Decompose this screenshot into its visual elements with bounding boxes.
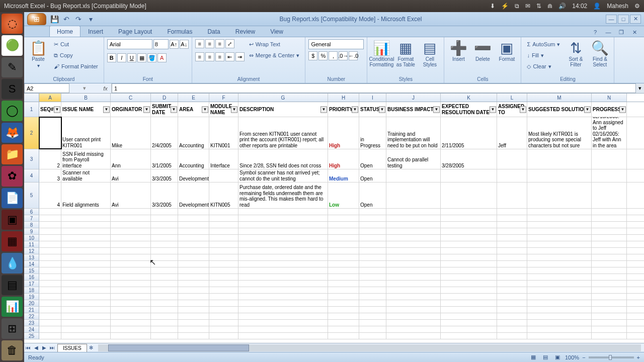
fill-color-button[interactable]: 🪣	[147, 53, 156, 62]
col-header-M[interactable]: M	[527, 94, 592, 102]
cell[interactable]	[527, 333, 592, 339]
cut-button[interactable]: ✂Cut	[51, 39, 101, 49]
cell[interactable]: MODULE NAME▼	[209, 102, 238, 117]
cell[interactable]	[209, 313, 238, 319]
cell[interactable]: Development	[178, 183, 209, 208]
clear-button[interactable]: ◇Clear▾	[524, 61, 562, 71]
cell[interactable]	[39, 300, 61, 306]
bold-button[interactable]: B	[107, 53, 116, 62]
cell[interactable]	[497, 300, 527, 306]
cell[interactable]	[61, 274, 111, 280]
cell[interactable]	[497, 261, 527, 267]
cell[interactable]: High	[328, 149, 359, 169]
filter-arrow-icon[interactable]: ▼	[202, 106, 208, 113]
view-break-icon[interactable]: ▣	[553, 353, 562, 362]
mail-icon[interactable]: ✉	[525, 3, 530, 10]
fx-icon[interactable]: fx	[100, 83, 112, 93]
row-header[interactable]: 6	[24, 209, 39, 215]
cell[interactable]	[61, 267, 111, 274]
cell[interactable]	[527, 267, 592, 274]
cell[interactable]: Most likely KITR001 is producing some sp…	[527, 117, 592, 149]
filter-arrow-icon[interactable]: ▼	[433, 106, 440, 113]
cell[interactable]	[151, 287, 178, 293]
expand-fbar-icon[interactable]: ▾	[636, 83, 644, 93]
row-header[interactable]: 25	[24, 333, 39, 339]
launcher-app5[interactable]: 💧	[2, 253, 23, 273]
cell[interactable]	[328, 333, 359, 339]
cell[interactable]	[178, 228, 209, 234]
row-header[interactable]: 2	[24, 117, 39, 149]
cell[interactable]	[178, 320, 209, 326]
col-header-J[interactable]: J	[386, 94, 441, 102]
cell[interactable]: ISSUE NAME▼	[61, 102, 111, 117]
cell[interactable]	[328, 267, 359, 274]
cell[interactable]	[441, 267, 497, 274]
cell[interactable]	[497, 228, 527, 234]
cell[interactable]: Training and implementation will need to…	[386, 117, 441, 149]
cell[interactable]	[209, 307, 238, 313]
view-layout-icon[interactable]: ▤	[541, 353, 550, 362]
cell[interactable]	[328, 248, 359, 254]
cell[interactable]	[497, 320, 527, 326]
launcher-app2[interactable]: ✿	[2, 166, 23, 186]
cell[interactable]	[359, 228, 386, 234]
maximize-button[interactable]: □	[618, 15, 629, 24]
launcher-excel[interactable]: 📊	[2, 297, 23, 317]
cell[interactable]	[592, 333, 627, 339]
row-header[interactable]: 14	[24, 261, 39, 267]
cell[interactable]	[527, 215, 592, 221]
row-header[interactable]: 11	[24, 241, 39, 248]
launcher-dash[interactable]: ◌	[2, 14, 23, 34]
clock[interactable]: 14:02	[572, 3, 587, 10]
cell[interactable]: in Progress	[359, 117, 386, 149]
cell[interactable]	[386, 307, 441, 313]
col-header-E[interactable]: E	[178, 94, 209, 102]
cell[interactable]	[39, 274, 61, 280]
office-button[interactable]: ⊞	[27, 13, 46, 25]
cell[interactable]	[592, 222, 627, 228]
align-center-icon[interactable]: ≡	[205, 52, 214, 61]
cell[interactable]: KITN005	[209, 183, 238, 208]
cell[interactable]	[359, 241, 386, 247]
cell[interactable]	[61, 326, 111, 332]
cell[interactable]	[238, 313, 328, 319]
align-mid-icon[interactable]: ≡	[205, 39, 214, 48]
cell[interactable]	[111, 235, 151, 241]
cell[interactable]	[209, 320, 238, 326]
cells-area[interactable]: SEQ#▼ISSUE NAME▼ORGINATOR▼SUBMIT DATE▼AR…	[39, 102, 644, 343]
cell[interactable]	[497, 248, 527, 254]
sheet-nav-last[interactable]: ⏭	[48, 344, 56, 352]
cell[interactable]	[441, 313, 497, 319]
cell[interactable]	[359, 261, 386, 267]
row-header[interactable]: 3	[24, 149, 39, 169]
zoom-thumb[interactable]	[609, 355, 612, 360]
qat-customize-icon[interactable]: ▾	[86, 14, 96, 24]
cell[interactable]: DESCRIPTION▼	[238, 102, 328, 117]
cell[interactable]	[209, 222, 238, 228]
cell[interactable]	[592, 326, 627, 332]
format-as-table-button[interactable]: ▦Format as Table	[394, 39, 417, 75]
cell[interactable]	[151, 300, 178, 306]
cell[interactable]	[238, 274, 328, 280]
cell[interactable]	[238, 241, 328, 247]
cell[interactable]: Avi	[111, 183, 151, 208]
cell[interactable]	[359, 215, 386, 221]
cell[interactable]: Since 2/28, SSN field does not cross	[238, 149, 328, 169]
launcher-firefox[interactable]: 🦊	[2, 123, 23, 143]
cell[interactable]	[111, 333, 151, 339]
cell[interactable]	[209, 300, 238, 306]
undo-icon[interactable]: ↶	[61, 14, 71, 24]
cell[interactable]	[178, 261, 209, 267]
cell[interactable]	[592, 300, 627, 306]
fill-button[interactable]: ↓Fill▾	[524, 50, 562, 60]
cell[interactable]	[111, 209, 151, 215]
cell[interactable]	[151, 222, 178, 228]
cell[interactable]	[359, 287, 386, 293]
filter-arrow-icon[interactable]: ▼	[379, 106, 385, 113]
chevron-down-icon[interactable]: ▾	[83, 85, 86, 92]
cell[interactable]	[497, 254, 527, 260]
cell[interactable]	[497, 267, 527, 274]
doc-minimize-button[interactable]: —	[603, 28, 614, 37]
cell[interactable]	[328, 228, 359, 234]
cell[interactable]	[592, 294, 627, 300]
